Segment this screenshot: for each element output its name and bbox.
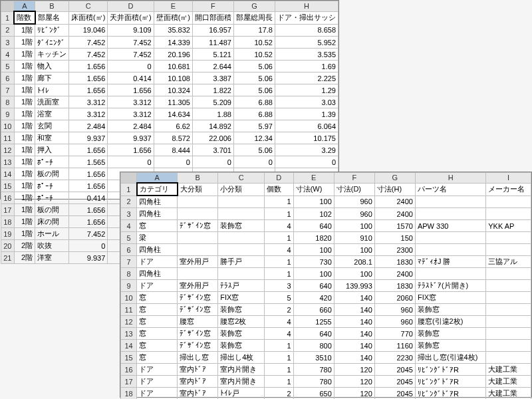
row-header[interactable]: 11: [1, 132, 15, 144]
cell[interactable]: 100: [293, 244, 334, 256]
cell[interactable]: 102: [293, 208, 334, 220]
cell[interactable]: 窓: [137, 328, 178, 340]
row-header[interactable]: 15: [121, 352, 137, 364]
cell[interactable]: 17.8: [233, 24, 275, 37]
cell[interactable]: 5.121: [192, 49, 233, 61]
cell[interactable]: 1830: [374, 280, 415, 292]
cell[interactable]: [486, 340, 531, 352]
cell[interactable]: 2045: [374, 376, 415, 388]
cell[interactable]: 5: [265, 292, 294, 304]
row-header[interactable]: 13: [1, 156, 15, 168]
cell[interactable]: 7.452: [69, 49, 108, 61]
col-header[interactable]: E: [154, 1, 192, 12]
cell[interactable]: 640: [293, 328, 334, 340]
cell[interactable]: 0: [192, 156, 233, 168]
cell[interactable]: 1: [265, 352, 294, 364]
cell[interactable]: 四角柱: [137, 244, 178, 256]
cell[interactable]: 1階: [14, 120, 35, 132]
cell[interactable]: 140: [334, 304, 374, 316]
cell[interactable]: 960: [374, 316, 415, 328]
cell[interactable]: 10.108: [154, 72, 192, 84]
cell[interactable]: [415, 232, 485, 244]
cell[interactable]: 装飾窓: [218, 340, 265, 352]
cell[interactable]: 4: [265, 220, 294, 232]
cell[interactable]: [486, 280, 531, 292]
cell[interactable]: 室内ﾄﾞｱ: [178, 388, 218, 400]
cell[interactable]: [218, 244, 265, 256]
cell[interactable]: [178, 232, 218, 244]
cell[interactable]: 1.656: [69, 204, 108, 216]
cell[interactable]: 3.312: [69, 108, 108, 120]
cell[interactable]: 11.305: [154, 96, 192, 108]
cell[interactable]: 物入: [35, 61, 69, 72]
cell[interactable]: 9.937: [69, 132, 108, 144]
cell[interactable]: [415, 244, 485, 256]
cell[interactable]: メーカー名: [486, 183, 531, 196]
row-header[interactable]: 7: [1, 84, 15, 96]
cell[interactable]: ﾃﾞｻﾞｲﾝ窓: [178, 340, 218, 352]
cell[interactable]: 部屋総周長: [233, 11, 275, 24]
cell[interactable]: 100: [334, 244, 374, 256]
row-header[interactable]: 21: [1, 252, 15, 264]
cell[interactable]: ﾃﾞｻﾞｲﾝ窓: [178, 292, 218, 304]
col-header[interactable]: C: [218, 173, 265, 184]
cell[interactable]: [218, 232, 265, 244]
cell[interactable]: 19.046: [69, 24, 108, 37]
cell[interactable]: 1.656: [108, 84, 154, 96]
cell[interactable]: 960: [374, 304, 415, 316]
col-header[interactable]: A: [14, 1, 35, 12]
cell[interactable]: 4: [265, 316, 294, 328]
row-header[interactable]: 5: [1, 61, 15, 72]
cell[interactable]: キッチン: [35, 49, 69, 61]
cell[interactable]: 150: [374, 232, 415, 244]
cell[interactable]: 1階: [14, 144, 35, 156]
cell[interactable]: 1階: [14, 204, 35, 216]
cell[interactable]: ドア: [137, 376, 178, 388]
cell[interactable]: 1160: [374, 340, 415, 352]
cell[interactable]: 16.957: [192, 24, 233, 37]
cell[interactable]: [486, 244, 531, 256]
cell[interactable]: 22.006: [192, 132, 233, 144]
cell[interactable]: ﾃﾞｻﾞｲﾝ窓: [178, 304, 218, 316]
cell[interactable]: 1820: [293, 232, 334, 244]
row-header[interactable]: 10: [1, 120, 15, 132]
cell[interactable]: 3: [265, 280, 294, 292]
cell[interactable]: 1階: [14, 228, 35, 240]
cell[interactable]: 2400: [374, 268, 415, 280]
cell[interactable]: 大建工業: [486, 388, 531, 400]
row-header[interactable]: 10: [121, 292, 137, 304]
cell[interactable]: 1階: [14, 24, 35, 37]
cell[interactable]: 1.656: [69, 180, 108, 192]
cell[interactable]: 100: [293, 196, 334, 208]
row-header[interactable]: 18: [1, 216, 15, 228]
cell[interactable]: 140: [334, 316, 374, 328]
cell[interactable]: 10.175: [275, 132, 338, 144]
cell[interactable]: 1.656: [69, 61, 108, 72]
cell[interactable]: 梁: [137, 232, 178, 244]
cell[interactable]: 装飾窓: [218, 304, 265, 316]
cell[interactable]: 1階: [14, 61, 35, 72]
cell[interactable]: 1: [265, 268, 294, 280]
cell[interactable]: 腰窓2枚: [218, 316, 265, 328]
cell[interactable]: 9.109: [108, 24, 154, 37]
cell[interactable]: 窓: [137, 316, 178, 328]
cell[interactable]: 2400: [374, 196, 415, 208]
col-header[interactable]: F: [334, 173, 374, 184]
cell[interactable]: ﾎﾟｰﾁ: [35, 156, 69, 168]
cell[interactable]: 壁面積(㎡): [154, 11, 192, 24]
cell[interactable]: 5.97: [233, 120, 275, 132]
cell[interactable]: ﾎﾟｰﾁ: [35, 180, 69, 192]
cell[interactable]: 640: [293, 220, 334, 232]
col-header[interactable]: E: [293, 173, 334, 184]
row-header[interactable]: 20: [1, 240, 15, 252]
cell[interactable]: 2.484: [69, 120, 108, 132]
cell[interactable]: 2060: [374, 292, 415, 304]
cell[interactable]: 1.69: [275, 61, 338, 72]
cell[interactable]: 730: [293, 256, 334, 268]
cell[interactable]: 2階: [14, 252, 35, 264]
cell[interactable]: 640: [293, 280, 334, 292]
cell[interactable]: 廊下: [35, 72, 69, 84]
row-header[interactable]: 12: [1, 144, 15, 156]
cell[interactable]: 開口部面積: [192, 11, 233, 24]
cell[interactable]: ﾀﾞｲﾆﾝｸﾞ: [35, 37, 69, 49]
